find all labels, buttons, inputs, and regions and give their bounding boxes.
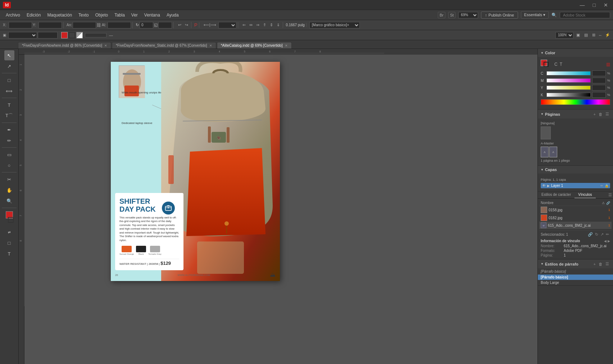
tab-estilos-caracter[interactable]: Estilos de carácter [538,192,575,198]
preview-btn[interactable]: ▤ [583,32,589,38]
estilos-parrafo-header[interactable]: ▼ Estilos de párrafo + 🗑 ☰ [538,259,613,268]
link-info-expand[interactable]: ◀ ▶ [604,239,610,243]
link-relink-btn[interactable]: 🔗 [587,232,594,237]
essentials-btn[interactable]: Essentials ▾ [521,11,549,19]
stroke-end-btn[interactable]: — [108,32,114,38]
scissors-tool[interactable]: ✂ [4,174,14,184]
estilos-menu-btn[interactable]: ☰ [604,261,610,267]
tab-close-icon[interactable]: ✕ [285,44,288,47]
redo-btn[interactable]: ↪ [183,22,190,28]
menu-maquetacion[interactable]: Maquetación [44,11,75,19]
close-btn[interactable]: ✕ [601,1,610,9]
bridge-btn[interactable]: Br [438,12,445,18]
link-open-btn[interactable]: ↗ [599,232,605,237]
rotation-input[interactable] [140,22,153,28]
menu-objeto[interactable]: Objeto [92,11,111,19]
tab-fivedaysnowhere[interactable]: *FiveDaysFromNowhere.indd @ 86% [Convert… [18,42,111,49]
menu-edicion[interactable]: Edición [24,11,44,19]
style-body-large[interactable]: Body Large [538,280,613,285]
selection-tool[interactable]: ↖ [4,50,14,60]
h-input[interactable] [108,22,131,28]
link-row-615[interactable]: ai 615_Ado...cons_BM2_jc.ai 1 [539,222,612,229]
menu-archivo[interactable]: Archivo [3,11,23,19]
gap-tool[interactable]: ⟺ [4,86,14,96]
scale-select[interactable]: 100% [555,32,573,38]
menu-tabla[interactable]: Tabla [112,11,128,19]
c-input[interactable] [592,70,606,76]
tab-alitecatalog[interactable]: *AliteCatalog.indd @ 69% [Convertido] ✕ [217,42,292,49]
color-gradient-icon[interactable]: ▥ [606,62,610,67]
direct-selection-tool[interactable]: ↗ [4,61,14,71]
ellipse-tool[interactable]: ○ [4,160,14,170]
stroke-btn[interactable]: ⟵|⟶ [202,22,218,28]
document-page[interactable]: Wide-mouth opening unzips like a tote fo… [111,62,280,281]
stroke-box[interactable] [544,62,549,67]
x-input[interactable] [9,22,32,28]
pen-tool[interactable]: ✒ [4,125,14,135]
page-tool[interactable]: □ [4,75,14,85]
zoom-tool[interactable]: 🔍 [4,196,14,206]
pencil-tool[interactable]: ✏ [4,135,14,146]
swap-colors-btn[interactable]: ⇄ [4,227,14,237]
type-path-tool[interactable]: T⌒ [4,111,14,121]
fill-stroke-selector[interactable] [541,60,551,69]
hand-tool[interactable]: ✋ [4,185,14,195]
canvas-content[interactable]: Wide-mouth opening unzips like a tote fo… [24,55,537,364]
align-right-btn[interactable]: ⇒ [255,22,261,28]
menu-ver[interactable]: Ver [128,11,141,19]
menu-ventana[interactable]: Ventana [141,11,163,19]
none-master-thumb[interactable] [541,126,551,139]
cloud-sync-btn[interactable]: ⚡ [604,32,612,38]
link-row-0158[interactable]: 0158.jpg 1 [539,206,612,214]
m-input[interactable] [592,78,606,83]
w-input[interactable] [73,22,96,28]
m-gradient[interactable] [546,78,591,83]
align-bottom-btn[interactable]: ⇓ [275,22,281,28]
align-top-btn[interactable]: ⇑ [262,22,268,28]
rectangle-tool[interactable]: ▭ [4,149,14,160]
align-center-btn[interactable]: ⇔ [248,22,254,28]
k-gradient[interactable] [546,93,591,97]
stroke-weight-select[interactable] [218,22,236,28]
fill-color-swatch[interactable] [61,32,68,38]
link-info-btn[interactable]: ✏ [605,232,610,237]
corner-btn[interactable]: ▣ [1,32,8,38]
layer-row[interactable]: 👁 ▶ Layer 1 ✏ 🔒 [541,183,610,188]
estilos-new-btn[interactable]: + [592,261,597,267]
layer-lock-icon[interactable]: 🔒 [605,184,609,188]
a-master-right[interactable]: A [549,147,557,157]
preview-mode-btn[interactable]: T [4,249,14,259]
none-swatch[interactable] [76,32,83,38]
style-parrafo-basico[interactable]: [Párrafo básico] [538,275,613,280]
publish-online-btn[interactable]: ↑ Publish Online [481,11,518,19]
corner-size-input[interactable] [38,32,58,38]
estilos-delete-btn[interactable]: 🗑 [598,261,604,267]
normal-mode-btn[interactable]: □ [4,238,14,248]
link-update-btn[interactable]: ↻ [594,232,599,237]
layer-expand-icon[interactable]: ▶ [547,184,550,188]
tab-close-icon[interactable]: ✕ [209,44,212,47]
pages-delete-btn[interactable]: 🗑 [598,111,604,117]
zoom-select[interactable]: 69%50%100% [458,12,478,18]
frame-select[interactable]: [Marco gráfico básico]+ [309,22,360,28]
pages-menu-btn[interactable]: ☰ [604,111,610,117]
menu-texto[interactable]: Texto [76,11,92,19]
maximize-btn[interactable]: □ [591,1,598,9]
color-panel-header[interactable]: ▼ Color [538,49,613,57]
pages-new-btn[interactable]: + [592,111,597,117]
y-gradient[interactable] [546,86,591,90]
link-row-0182[interactable]: 0182.jpg 1 [539,214,612,222]
constrain-icon[interactable]: ⛓ [97,23,101,28]
menu-ayuda[interactable]: Ayuda [164,11,182,19]
y-input[interactable] [38,22,62,28]
shear-input[interactable] [158,22,172,28]
layers-panel-header[interactable]: ▼ Capas [538,166,613,174]
stroke-color-swatch[interactable] [69,32,75,38]
layer-visibility-icon[interactable]: 👁 [542,184,546,188]
type-tool[interactable]: T [4,100,14,110]
c-gradient[interactable] [546,71,591,75]
tab-fivedaysstatic[interactable]: *FiveDaysFromNowhere_Static.indd @ 67% [… [112,42,216,49]
color-T-icon[interactable]: T [560,62,562,67]
stroke-tool[interactable] [8,217,14,223]
align-left-btn[interactable]: ⇐ [241,22,247,28]
